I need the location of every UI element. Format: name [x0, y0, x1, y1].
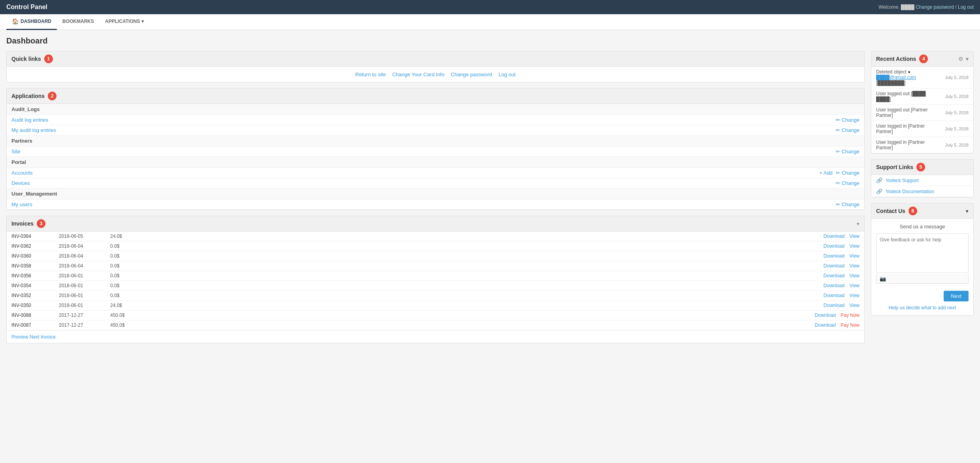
support-link-row-0: 🔗 Yodeck Support — [871, 175, 973, 186]
yodeck-docs-link[interactable]: Yodeck Documentation — [886, 189, 934, 194]
action-text: User logged out [████ ████] — [876, 91, 940, 102]
invoice-id: INV-0364 — [11, 233, 59, 239]
support-links-badge: 5 — [916, 163, 925, 171]
invoice-amount: 0.0$ — [110, 283, 150, 288]
invoice-amount: 450.0$ — [110, 312, 150, 318]
invoice-amount: 0.0$ — [110, 243, 150, 249]
accounts-change[interactable]: ✏ Change — [836, 170, 860, 176]
invoice-actions: Download View — [150, 283, 860, 288]
return-to-site-link[interactable]: Return to site — [356, 72, 386, 77]
invoice-view-link[interactable]: View — [849, 273, 860, 279]
invoice-download-link[interactable]: Download — [824, 243, 845, 249]
invoice-view-link[interactable]: View — [849, 233, 860, 239]
devices-change[interactable]: ✏ Change — [836, 180, 860, 186]
change-password-ql-link[interactable]: Change password — [451, 72, 492, 77]
contact-us-textarea[interactable] — [876, 233, 969, 273]
app-row-site: Site ✏ Change — [7, 147, 864, 157]
invoice-download-link[interactable]: Download — [815, 312, 836, 318]
invoices-widget: Invoices 3 ▾ INV-0364 2018-06-05 24.0$ D… — [6, 216, 865, 343]
audit-log-entries-link[interactable]: Audit log entries — [11, 117, 48, 123]
invoice-date: 2018-06-05 — [59, 233, 110, 239]
logout-link[interactable]: Log out — [958, 4, 974, 10]
right-panel: Recent Actions 4 ⚙ ▾ Deleted object ● ██… — [871, 51, 974, 349]
invoice-date: 2018-06-01 — [59, 303, 110, 308]
invoice-actions: Download View — [150, 303, 860, 308]
contact-us-header[interactable]: Contact Us 6 ▾ — [871, 203, 973, 219]
invoice-download-link[interactable]: Download — [824, 253, 845, 259]
invoices-controls[interactable]: ▾ — [857, 221, 860, 227]
main-layout: Quick links 1 Return to site Change Your… — [6, 51, 974, 349]
site-actions: ✏ Change — [836, 149, 860, 154]
recent-actions-controls[interactable]: ⚙ ▾ — [958, 56, 969, 62]
quick-links-title: Quick links 1 — [11, 55, 53, 63]
invoice-actions: Download View — [150, 263, 860, 269]
contact-us-body: Send us a message 📷 Next Help us decide … — [871, 219, 973, 315]
nav-dashboard[interactable]: 🏠 DASHBOARD — [6, 14, 57, 30]
invoice-view-link[interactable]: View — [849, 283, 860, 288]
invoice-id: INV-0352 — [11, 293, 59, 298]
change-card-link[interactable]: Change Your Card Info — [392, 72, 444, 77]
invoice-download-link[interactable]: Download — [824, 283, 845, 288]
invoice-view-link[interactable]: View — [849, 303, 860, 308]
applications-badge: 2 — [48, 92, 56, 100]
invoice-amount: 0.0$ — [110, 293, 150, 298]
accounts-link[interactable]: Accounts — [11, 170, 32, 176]
invoices-badge: 3 — [37, 219, 45, 228]
site-change[interactable]: ✏ Change — [836, 149, 860, 154]
invoice-download-link[interactable]: Download — [824, 273, 845, 279]
preview-next-invoice-link[interactable]: Preview Next Invoice — [11, 334, 56, 340]
yodeck-support-link[interactable]: Yodeck Support — [886, 178, 919, 183]
invoice-row-0360: INV-0360 2018-06-04 0.0$ Download View — [7, 251, 864, 261]
logout-ql-link[interactable]: Log out — [498, 72, 515, 77]
next-button[interactable]: Next — [944, 291, 969, 301]
recent-actions-widget: Recent Actions 4 ⚙ ▾ Deleted object ● ██… — [871, 51, 974, 154]
invoice-view-link[interactable]: View — [849, 263, 860, 269]
my-audit-log-entries-link[interactable]: My audit log entries — [11, 127, 56, 133]
invoice-pay-now-link[interactable]: Pay Now — [841, 322, 860, 328]
my-users-link[interactable]: My users — [11, 201, 32, 207]
site-link[interactable]: Site — [11, 149, 20, 154]
support-link-row-1: 🔗 Yodeck Documentation — [871, 186, 973, 197]
recent-actions-settings-icon[interactable]: ⚙ — [958, 56, 963, 62]
invoice-download-link[interactable]: Download — [824, 303, 845, 308]
applications-title: Applications 2 — [11, 92, 56, 100]
devices-actions: ✏ Change — [836, 180, 860, 186]
audit-log-entries-change[interactable]: ✏ Change — [836, 117, 860, 123]
quick-links-badge: 1 — [44, 55, 53, 63]
action-row-2: User logged out [Partner Partner] July 5… — [871, 105, 973, 121]
app-row-audit-log-entries: Audit log entries ✏ Change — [7, 115, 864, 125]
invoice-date: 2017-12-27 — [59, 312, 110, 318]
invoice-amount: 0.0$ — [110, 253, 150, 259]
invoice-actions: Download View — [150, 293, 860, 298]
invoices-collapse-icon[interactable]: ▾ — [857, 221, 860, 227]
change-password-link[interactable]: Change password — [916, 4, 954, 10]
nav-applications[interactable]: APPLICATIONS ▾ — [100, 14, 149, 30]
invoice-view-link[interactable]: View — [849, 253, 860, 259]
camera-icon[interactable]: 📷 — [880, 276, 886, 282]
invoice-view-link[interactable]: View — [849, 243, 860, 249]
recent-actions-collapse-icon[interactable]: ▾ — [966, 56, 969, 62]
invoice-pay-now-link[interactable]: Pay Now — [841, 312, 860, 318]
invoice-download-link[interactable]: Download — [824, 293, 845, 298]
my-audit-log-entries-actions: ✏ Change — [836, 127, 860, 133]
my-users-change[interactable]: ✏ Change — [836, 201, 860, 207]
invoices-title: Invoices 3 — [11, 219, 45, 228]
app-row-accounts: Accounts + Add ✏ Change — [7, 168, 864, 178]
invoice-download-link[interactable]: Download — [824, 263, 845, 269]
separator: / — [955, 4, 956, 10]
devices-link[interactable]: Devices — [11, 180, 30, 186]
contact-us-collapse-icon[interactable]: ▾ — [966, 208, 969, 214]
my-audit-log-entries-change[interactable]: ✏ Change — [836, 127, 860, 133]
invoice-download-link[interactable]: Download — [824, 233, 845, 239]
invoice-view-link[interactable]: View — [849, 293, 860, 298]
app-title: Control Panel — [6, 4, 47, 11]
accounts-add[interactable]: + Add — [819, 170, 833, 176]
invoice-row-0087: INV-0087 2017-12-27 450.0$ Download Pay … — [7, 320, 864, 330]
page-title: Dashboard — [6, 36, 974, 45]
help-decide-link[interactable]: Help us decide what to add next — [889, 305, 956, 311]
contact-us-title: Contact Us 6 — [876, 207, 917, 215]
nav-bookmarks[interactable]: BOOKMARKS — [57, 14, 100, 30]
action-link[interactable]: ████@gmail.com — [876, 75, 916, 80]
left-panel: Quick links 1 Return to site Change Your… — [6, 51, 865, 349]
invoice-download-link[interactable]: Download — [815, 322, 836, 328]
